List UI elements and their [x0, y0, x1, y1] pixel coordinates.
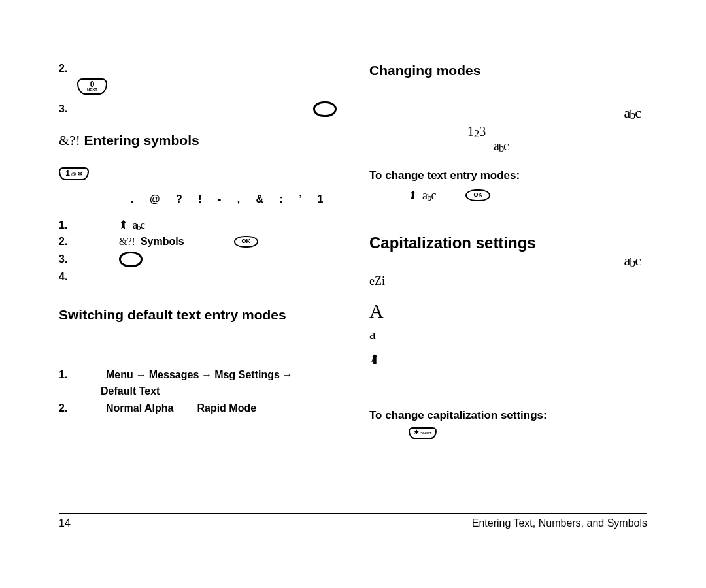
symbol-step-1: 1. ⬆ abc: [59, 218, 337, 233]
default-step-1b: Default Text: [59, 384, 337, 399]
shift-cycle-icon: ⬆: [369, 353, 647, 368]
two-column-layout: 2. 0 NEXT 3. &?! Entering symbols: [59, 59, 647, 497]
nav-key-icon: [119, 252, 143, 267]
ok-key-icon: OK: [465, 189, 490, 201]
change-caps-row: ✱SHIFT: [409, 427, 647, 439]
uppercase-a-icon: A: [369, 298, 647, 325]
step-2-row: 2.: [59, 61, 337, 76]
option-rapid-mode: Rapid Mode: [197, 401, 256, 416]
step-number: 3.: [59, 102, 76, 116]
left-column: 2. 0 NEXT 3. &?! Entering symbols: [59, 59, 337, 497]
changing-modes-heading: Changing modes: [369, 61, 647, 80]
symbols-mode-icon: &?!: [119, 235, 135, 249]
mode-icons-cluster: abc 123 abc: [369, 103, 647, 162]
ok-key-icon: OK: [234, 236, 259, 248]
abc-mode-icon: abc: [624, 251, 641, 270]
one-key-icon: 1@ ✉: [59, 167, 89, 180]
numeric-mode-icon: 123: [467, 123, 486, 140]
menu-path-end: Default Text: [101, 384, 160, 399]
symbol-step-4: 4.: [59, 270, 337, 284]
star-shift-key-icon: ✱SHIFT: [409, 427, 437, 439]
entering-symbols-heading: &?! Entering symbols: [59, 131, 337, 150]
page-footer: 14 Entering Text, Numbers, and Symbols: [59, 513, 647, 529]
zero-next-key-icon: 0 NEXT: [77, 78, 107, 95]
section-title: Entering Text, Numbers, and Symbols: [472, 517, 647, 529]
menu-path: Menu→Messages→Msg Settings→: [106, 368, 295, 382]
default-step-2: 2. Normal Alpha Rapid Mode: [59, 401, 337, 416]
step-number: 2.: [59, 235, 76, 249]
default-step-1: 1. Menu→Messages→Msg Settings→: [59, 368, 337, 382]
right-column: Changing modes abc 123 abc To change tex…: [369, 59, 647, 497]
page-number: 14: [59, 517, 71, 529]
symbols-mode-icon: &?!: [59, 133, 80, 148]
step-2-key: 0 NEXT: [77, 78, 337, 95]
to-change-caps-heading: To change capitalization settings:: [369, 408, 647, 423]
symbol-sequence: . @ ? ! - , & : ’ 1: [131, 192, 337, 206]
change-mode-row: ⬆ abc OK: [409, 188, 647, 203]
capitalization-settings-heading: Capitalization settings: [369, 233, 647, 253]
one-key-row: 1@ ✉: [59, 165, 337, 180]
ezi-label: eZi: [369, 273, 647, 289]
symbol-step-2: 2. &?! Symbols OK: [59, 235, 337, 249]
symbols-label: Symbols: [141, 235, 184, 249]
step-number: 1.: [59, 368, 76, 382]
to-change-modes-heading: To change text entry modes:: [369, 169, 647, 184]
lowercase-a-icon: a: [369, 325, 647, 344]
step-number: 2.: [59, 61, 76, 76]
abc-mode-icon: abc: [494, 137, 509, 155]
step-number: 1.: [59, 218, 76, 233]
abc-mode-icon: abc: [624, 103, 641, 123]
abc-mode-icon: abc: [133, 218, 144, 233]
manual-page: 2. 0 NEXT 3. &?! Entering symbols: [0, 0, 706, 588]
abc-mode-icon: abc: [422, 188, 435, 203]
shift-mode-icon: ⬆: [409, 190, 417, 201]
step-number: 3.: [59, 252, 76, 267]
step-number: 2.: [59, 401, 76, 416]
step-number: 4.: [59, 270, 76, 284]
switching-default-heading: Switching default text entry modes: [59, 306, 337, 324]
shift-mode-icon: ⬆: [119, 220, 127, 230]
caps-abc-row: abc: [369, 253, 647, 273]
symbol-step-3: 3.: [59, 252, 337, 267]
step-3-row: 3.: [59, 101, 337, 117]
option-normal-alpha: Normal Alpha: [106, 401, 173, 416]
nav-key-icon: [313, 101, 337, 117]
